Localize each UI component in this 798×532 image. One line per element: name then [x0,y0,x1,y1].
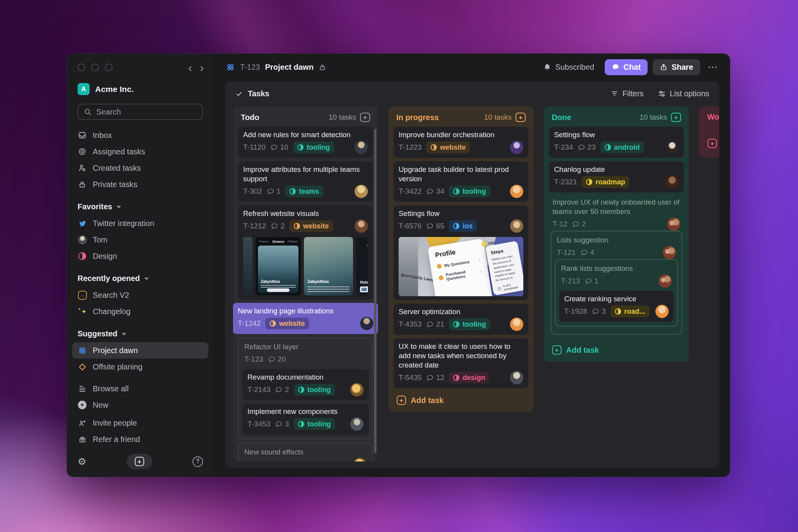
half-circle-icon [615,308,621,315]
sidebar-item-design[interactable]: Design [78,248,203,264]
add-task-button[interactable]: + Add task [549,341,684,356]
help-icon[interactable]: ? [192,456,203,467]
avatar[interactable] [666,175,679,189]
sidebar-item-project-dawn[interactable]: Project dawn [72,342,208,359]
section-suggested[interactable]: Suggested [78,325,203,342]
section-favorites[interactable]: Favorites [78,198,203,215]
avatar[interactable] [659,274,672,288]
tag-tooling[interactable]: tooling [449,186,490,197]
gear-icon[interactable]: ⚙ [78,456,86,467]
sidebar-item-assigned-tasks[interactable]: Assigned tasks [78,143,203,160]
chat-button[interactable]: Chat [605,59,648,75]
search-input[interactable] [96,108,197,117]
tag-teams[interactable]: teams [285,186,323,197]
section-recently-opened[interactable]: Recently opened [78,270,203,287]
workspace-switcher[interactable]: A Acme Inc. [78,83,203,95]
task-card[interactable]: Settings flow T-234 23 android [549,127,684,158]
window-controls [78,64,203,71]
avatar[interactable] [510,185,523,198]
tag-android[interactable]: android [600,141,644,153]
attachment-mockup[interactable]: Best Family Lawyer P246 Profile My Quest… [399,237,523,296]
task-card[interactable]: Implement new components T-3453 3 toolin… [242,403,369,435]
sidebar-item-twitter-integration[interactable]: Twitter integration [78,215,203,232]
task-group[interactable]: Rank lists suggestions T-213 1 Create ra… [555,259,678,327]
sidebar-item-refer-a-friend[interactable]: Refer a friend [78,431,203,447]
avatar[interactable] [353,458,367,461]
sidebar-item-created-tasks[interactable]: Created tasks [78,160,203,176]
column-scrollbar[interactable] [374,129,376,453]
task-card[interactable]: Server optimization T-4353 21 tooling [394,304,528,335]
tag-website[interactable]: website [265,318,309,329]
task-group[interactable]: Lists suggestion T-121 4 Rank lists sugg… [551,231,682,335]
avatar[interactable] [667,217,680,231]
tag-website[interactable]: website [290,220,333,232]
avatar[interactable] [655,305,669,318]
avatar[interactable] [510,141,523,154]
filters-button[interactable]: Filters [611,89,643,98]
add-task-icon[interactable]: + [516,113,526,122]
more-options-icon[interactable]: ⋯ [708,61,719,73]
avatar[interactable] [355,185,368,198]
window-zoom-button[interactable] [105,64,113,71]
add-task-icon[interactable]: + [671,113,681,122]
avatar[interactable] [355,141,368,154]
task-card[interactable]: Improve attributes for multiple teams su… [238,161,373,202]
add-task-button[interactable]: + Add task [394,392,528,407]
task-card[interactable]: Chanlog update T-2321 roadmap [549,161,684,193]
avatar[interactable] [510,371,523,384]
task-card[interactable]: UX to make it clear to users how to add … [394,338,528,388]
task-card[interactable]: Refresh website visuals T-1212 2 website [238,205,373,299]
task-card[interactable]: Add new rules for smart detection T-1120… [238,127,373,158]
task-group[interactable]: Improve UX of newly onboarded user of te… [549,196,684,340]
sidebar-item-invite-people[interactable]: Invite people [78,415,203,431]
avatar[interactable] [666,141,679,154]
sidebar-item-changelog[interactable]: ✦✦ Changelog [78,303,203,320]
comment-icon [275,386,282,394]
tag-ios[interactable]: ios [449,220,477,232]
new-task-pill-button[interactable]: + [127,454,152,469]
task-title: Improve UX of newly onboarded user of te… [551,197,682,216]
chat-bubble-icon [612,63,620,71]
sidebar-item-private-tasks[interactable]: Private tasks [78,176,203,193]
avatar[interactable] [350,417,364,431]
sidebar-item-inbox[interactable]: Inbox [78,127,203,143]
task-card[interactable]: Revamp documentation T-2143 2 tooling [242,369,369,400]
tag-design[interactable]: design [449,372,489,384]
avatar[interactable] [510,318,523,331]
tag-tooling[interactable]: tooling [293,141,334,153]
tag-roadmap[interactable]: roadmap [582,176,629,188]
tag-tooling[interactable]: tooling [294,418,335,430]
search-box[interactable] [78,104,203,120]
tag-roadmap-truncated[interactable]: road... [611,306,650,317]
window-close-button[interactable] [78,64,85,71]
share-button[interactable]: Share [653,59,700,75]
attachment-thumbnails[interactable]: FranceGreecePoland Zakynthos Zakynthos H… [243,237,368,295]
window-minimize-button[interactable] [91,64,99,71]
back-chevron-icon[interactable]: ‹ [188,63,192,73]
avatar[interactable] [355,219,368,233]
task-card[interactable]: Settings flow T-6576 65 ios [394,205,528,300]
avatar[interactable] [663,246,676,259]
sidebar-item-new[interactable]: + New [78,397,203,413]
tag-tooling[interactable]: tooling [449,318,490,330]
task-card[interactable]: Create ranking service T-1928 3 road... [559,291,674,322]
add-task-button[interactable]: + A [704,135,719,152]
task-card-selected[interactable]: New landing page illustrations T-1242 we… [233,303,378,334]
task-card[interactable]: Upgrade task builder to latest prod vers… [394,161,528,202]
avatar[interactable] [360,317,373,330]
forward-chevron-icon[interactable]: › [200,63,204,73]
sidebar-item-browse-all[interactable]: Browse all [78,380,203,397]
avatar[interactable] [510,219,523,233]
task-group[interactable]: Refactor UI layer T-123 20 Revamp docume… [238,338,373,439]
task-card[interactable]: Improve bundler orchestration T-1223 web… [394,127,528,158]
sidebar-item-search-v2[interactable]: → Search V2 [78,287,203,303]
subscribed-toggle[interactable]: Subscribed [543,63,594,72]
sidebar-item-offsite-planing[interactable]: Offsite planing [78,359,203,375]
tag-website[interactable]: website [426,141,470,153]
avatar[interactable] [350,383,364,396]
add-task-icon[interactable]: + [360,113,370,122]
tag-tooling[interactable]: tooling [294,384,335,396]
list-options-button[interactable]: List options [658,89,709,98]
sidebar-item-tom[interactable]: Tom [78,232,203,248]
task-group[interactable]: New sound effects T-2145 12 Spectral rev… [238,443,373,461]
